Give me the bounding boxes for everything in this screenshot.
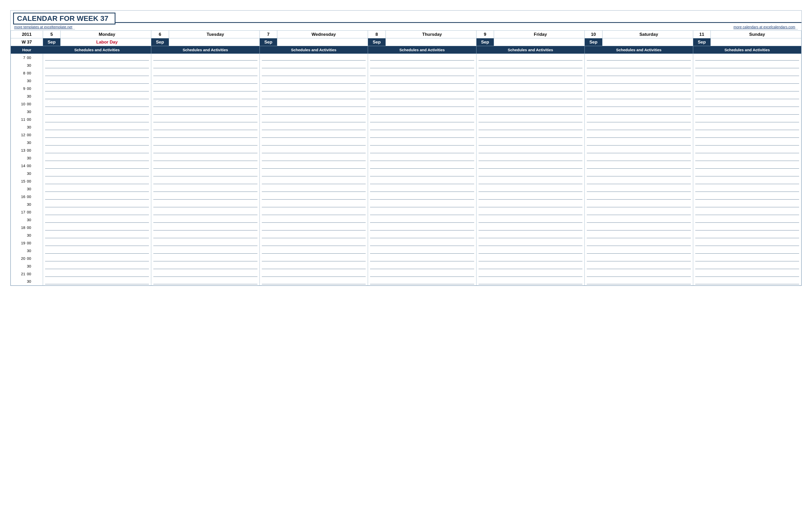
schedule-slot[interactable]	[693, 69, 802, 77]
schedule-slot[interactable]	[693, 139, 802, 147]
schedule-slot[interactable]	[260, 270, 368, 278]
schedule-slot[interactable]	[585, 208, 693, 216]
schedule-slot[interactable]	[476, 278, 584, 285]
schedule-slot[interactable]	[260, 85, 368, 92]
schedule-slot[interactable]	[585, 116, 693, 123]
schedule-slot[interactable]	[43, 77, 151, 85]
schedule-slot[interactable]	[693, 108, 802, 116]
schedule-slot[interactable]	[693, 270, 802, 278]
schedule-slot[interactable]	[43, 247, 151, 255]
schedule-slot[interactable]	[43, 62, 151, 69]
schedule-slot[interactable]	[151, 255, 260, 262]
schedule-slot[interactable]	[368, 123, 476, 131]
schedule-slot[interactable]	[476, 139, 584, 147]
schedule-slot[interactable]	[693, 208, 802, 216]
schedule-slot[interactable]	[151, 131, 260, 139]
schedule-slot[interactable]	[585, 177, 693, 185]
schedule-slot[interactable]	[476, 123, 584, 131]
schedule-slot[interactable]	[368, 69, 476, 77]
schedule-slot[interactable]	[585, 201, 693, 208]
schedule-slot[interactable]	[260, 62, 368, 69]
schedule-slot[interactable]	[693, 247, 802, 255]
schedule-slot[interactable]	[693, 177, 802, 185]
schedule-slot[interactable]	[693, 154, 802, 162]
schedule-slot[interactable]	[260, 247, 368, 255]
schedule-slot[interactable]	[260, 69, 368, 77]
schedule-slot[interactable]	[585, 232, 693, 239]
schedule-slot[interactable]	[260, 108, 368, 116]
schedule-slot[interactable]	[260, 92, 368, 100]
schedule-slot[interactable]	[151, 147, 260, 154]
schedule-slot[interactable]	[43, 239, 151, 247]
schedule-slot[interactable]	[260, 262, 368, 270]
schedule-slot[interactable]	[151, 193, 260, 201]
schedule-slot[interactable]	[151, 262, 260, 270]
schedule-slot[interactable]	[693, 147, 802, 154]
schedule-slot[interactable]	[693, 116, 802, 123]
schedule-slot[interactable]	[476, 185, 584, 193]
schedule-slot[interactable]	[476, 262, 584, 270]
schedule-slot[interactable]	[151, 123, 260, 131]
schedule-slot[interactable]	[585, 54, 693, 62]
schedule-slot[interactable]	[368, 85, 476, 92]
schedule-slot[interactable]	[368, 147, 476, 154]
schedule-slot[interactable]	[368, 262, 476, 270]
schedule-slot[interactable]	[476, 201, 584, 208]
schedule-slot[interactable]	[260, 77, 368, 85]
schedule-slot[interactable]	[43, 255, 151, 262]
schedule-slot[interactable]	[368, 116, 476, 123]
schedule-slot[interactable]	[260, 116, 368, 123]
schedule-slot[interactable]	[476, 147, 584, 154]
schedule-slot[interactable]	[368, 216, 476, 224]
schedule-slot[interactable]	[151, 92, 260, 100]
schedule-slot[interactable]	[43, 54, 151, 62]
schedule-slot[interactable]	[43, 69, 151, 77]
schedule-slot[interactable]	[476, 216, 584, 224]
schedule-slot[interactable]	[693, 162, 802, 170]
schedule-slot[interactable]	[585, 247, 693, 255]
schedule-slot[interactable]	[43, 232, 151, 239]
schedule-slot[interactable]	[476, 193, 584, 201]
schedule-slot[interactable]	[43, 131, 151, 139]
schedule-slot[interactable]	[693, 100, 802, 108]
schedule-slot[interactable]	[693, 262, 802, 270]
schedule-slot[interactable]	[43, 201, 151, 208]
schedule-slot[interactable]	[43, 262, 151, 270]
schedule-slot[interactable]	[693, 185, 802, 193]
schedule-slot[interactable]	[43, 208, 151, 216]
schedule-slot[interactable]	[693, 131, 802, 139]
schedule-slot[interactable]	[260, 100, 368, 108]
schedule-slot[interactable]	[368, 232, 476, 239]
schedule-slot[interactable]	[693, 170, 802, 177]
schedule-slot[interactable]	[260, 170, 368, 177]
schedule-slot[interactable]	[151, 177, 260, 185]
schedule-slot[interactable]	[368, 193, 476, 201]
schedule-slot[interactable]	[43, 147, 151, 154]
schedule-slot[interactable]	[693, 216, 802, 224]
schedule-slot[interactable]	[151, 139, 260, 147]
schedule-slot[interactable]	[585, 170, 693, 177]
schedule-slot[interactable]	[585, 139, 693, 147]
schedule-slot[interactable]	[585, 193, 693, 201]
schedule-slot[interactable]	[693, 201, 802, 208]
schedule-slot[interactable]	[476, 54, 584, 62]
schedule-slot[interactable]	[151, 170, 260, 177]
schedule-slot[interactable]	[151, 108, 260, 116]
schedule-slot[interactable]	[43, 224, 151, 232]
schedule-slot[interactable]	[43, 278, 151, 285]
schedule-slot[interactable]	[151, 116, 260, 123]
schedule-slot[interactable]	[476, 239, 584, 247]
schedule-slot[interactable]	[151, 224, 260, 232]
schedule-slot[interactable]	[476, 232, 584, 239]
schedule-slot[interactable]	[585, 123, 693, 131]
schedule-slot[interactable]	[368, 108, 476, 116]
schedule-slot[interactable]	[368, 224, 476, 232]
schedule-slot[interactable]	[585, 216, 693, 224]
schedule-slot[interactable]	[368, 255, 476, 262]
schedule-slot[interactable]	[260, 232, 368, 239]
schedule-slot[interactable]	[260, 139, 368, 147]
schedule-slot[interactable]	[368, 92, 476, 100]
schedule-slot[interactable]	[585, 77, 693, 85]
schedule-slot[interactable]	[43, 100, 151, 108]
schedule-slot[interactable]	[693, 77, 802, 85]
